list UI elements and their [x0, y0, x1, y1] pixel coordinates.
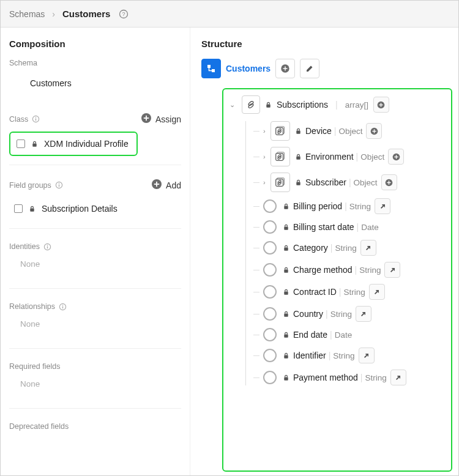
checkbox-icon[interactable] — [14, 204, 23, 213]
field-name: Device — [305, 126, 332, 136]
svg-rect-60 — [284, 269, 288, 272]
lock-icon — [295, 154, 302, 160]
class-item-xdm-individual-profile[interactable]: XDM Individual Profile — [9, 132, 138, 156]
required-fields-none: None — [9, 371, 181, 400]
tree-node-object[interactable]: ›Subscriber|Object — [253, 173, 446, 192]
plus-circle-icon — [141, 113, 152, 125]
assign-class-button[interactable]: Assign — [141, 113, 181, 125]
structure-toolbar: Customers — [201, 59, 458, 78]
object-array-icon — [242, 95, 260, 114]
app-frame: Schemas › Customers ? Composition Schema… — [0, 0, 459, 476]
structure-tree-highlight: ⌄ Subscriptions | array[] ›Device|Object… — [222, 88, 452, 472]
tree-node-field[interactable]: Contract ID|String — [253, 284, 446, 300]
structure-title: Structure — [201, 39, 458, 49]
svg-rect-4 — [35, 117, 36, 117]
field-circle-icon — [263, 349, 277, 362]
structure-view-toggle[interactable] — [201, 59, 221, 78]
svg-rect-45 — [296, 156, 300, 159]
deprecated-fields-section-label: Deprecated fields — [9, 422, 69, 431]
lock-icon — [283, 311, 289, 318]
field-circle-icon — [263, 371, 277, 384]
svg-rect-26 — [283, 68, 288, 69]
field-name: Identifier — [293, 351, 326, 360]
field-group-item-subscription-details[interactable]: Subscription Details — [9, 198, 181, 220]
info-icon[interactable] — [32, 115, 40, 123]
lock-icon — [283, 245, 289, 251]
tree-node-field[interactable]: Payment method|String — [253, 370, 446, 385]
field-group-item-label: Subscription Details — [42, 204, 118, 214]
svg-rect-37 — [296, 130, 300, 133]
add-child-field-button[interactable] — [373, 97, 389, 113]
field-name: Contract ID — [293, 287, 337, 297]
field-name: Subscriber — [305, 177, 346, 187]
navigate-arrow-button[interactable] — [375, 198, 390, 214]
svg-rect-23 — [212, 69, 215, 72]
tree-node-object[interactable]: ›Device|Object — [253, 121, 446, 141]
checkbox-icon[interactable] — [17, 139, 25, 148]
breadcrumb-parent[interactable]: Schemas — [9, 9, 45, 19]
field-circle-icon — [263, 263, 277, 277]
schema-name[interactable]: Customers — [9, 67, 181, 99]
lock-icon — [295, 128, 302, 135]
field-type: Object — [338, 127, 362, 136]
field-type: String — [359, 266, 381, 275]
composition-panel: Composition Schema Customers Class Assig… — [1, 28, 190, 475]
navigate-arrow-button[interactable] — [360, 240, 376, 256]
lock-icon — [283, 224, 289, 231]
tree-node-field[interactable]: End date|Date — [253, 328, 446, 341]
tree-node-subscriptions[interactable]: ⌄ Subscriptions | array[] — [230, 94, 446, 115]
svg-rect-10 — [59, 185, 59, 187]
structure-root-link[interactable]: Customers — [226, 64, 271, 73]
tree-node-field[interactable]: Billing start date|Date — [253, 220, 446, 234]
field-type: String — [349, 202, 371, 211]
chevron-right-icon[interactable]: › — [263, 179, 268, 186]
svg-rect-58 — [284, 226, 288, 229]
field-circle-icon — [263, 199, 277, 213]
chevron-right-icon[interactable]: › — [263, 127, 268, 135]
field-name: Payment method — [293, 373, 358, 382]
navigate-arrow-button[interactable] — [384, 262, 400, 278]
tree-node-field[interactable]: Category|String — [253, 240, 446, 256]
info-icon[interactable] — [55, 181, 63, 189]
edit-root-button[interactable] — [300, 59, 319, 78]
chevron-right-icon[interactable]: › — [263, 153, 268, 160]
svg-rect-57 — [284, 206, 288, 209]
tree-node-field[interactable]: Billing period|String — [253, 198, 446, 214]
field-circle-icon — [263, 241, 277, 255]
plus-circle-icon — [151, 179, 162, 192]
composition-title: Composition — [9, 39, 181, 49]
navigate-arrow-button[interactable] — [359, 348, 375, 363]
navigate-arrow-button[interactable] — [390, 370, 406, 385]
info-icon[interactable] — [59, 303, 67, 311]
add-field-group-button[interactable]: Add — [151, 179, 181, 192]
add-child-field-button[interactable] — [366, 123, 382, 139]
field-type: Date — [361, 223, 379, 232]
svg-rect-56 — [387, 182, 390, 182]
tree-node-object[interactable]: ›Environment|Object — [253, 147, 446, 166]
field-name: Country — [293, 309, 323, 319]
svg-rect-48 — [394, 156, 398, 157]
add-field-root-button[interactable] — [275, 59, 295, 78]
navigate-arrow-button[interactable] — [356, 306, 371, 322]
navigate-arrow-button[interactable] — [369, 284, 385, 300]
lock-icon — [283, 374, 289, 381]
svg-rect-15 — [30, 208, 34, 211]
identities-section-label: Identities — [9, 242, 51, 251]
lock-icon — [31, 141, 38, 147]
tree-node-field[interactable]: Charge method|String — [253, 262, 446, 278]
lock-icon — [265, 102, 272, 108]
info-icon[interactable] — [43, 243, 51, 251]
tree-node-field[interactable]: Identifier|String — [253, 348, 446, 363]
schema-section-label: Schema — [9, 59, 181, 67]
add-child-field-button[interactable] — [381, 174, 397, 190]
help-icon[interactable]: ? — [119, 9, 129, 19]
chevron-down-icon[interactable]: ⌄ — [230, 101, 234, 109]
add-child-field-button[interactable] — [388, 149, 404, 165]
svg-rect-32 — [379, 104, 383, 105]
svg-rect-3 — [35, 119, 36, 121]
field-name: End date — [293, 330, 327, 340]
required-fields-section-label: Required fields — [9, 362, 60, 371]
field-name: Category — [293, 243, 328, 253]
lock-icon — [283, 352, 289, 359]
tree-node-field[interactable]: Country|String — [253, 306, 446, 322]
